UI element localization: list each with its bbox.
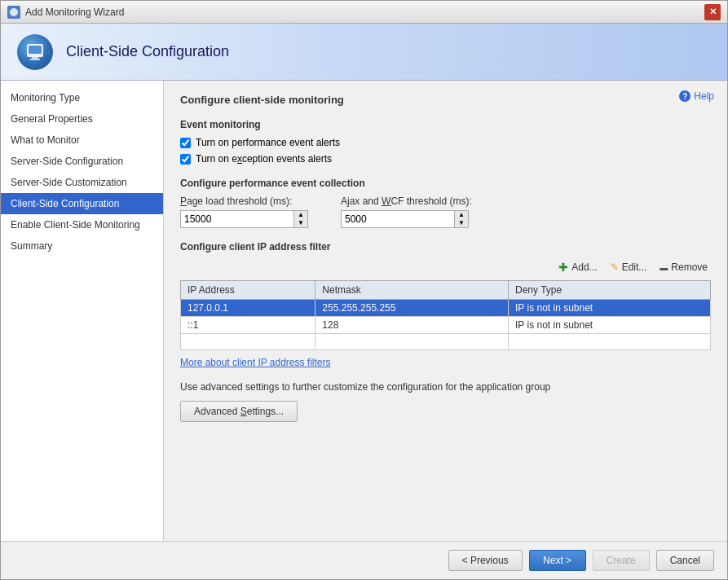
window-title: Add Monitoring Wizard [25,7,124,18]
ajax-input[interactable] [341,210,455,228]
advanced-desc: Use advanced settings to further customi… [180,381,711,393]
edit-icon: ✎ [611,261,619,273]
ajax-up-btn[interactable]: ▲ [455,211,468,219]
wizard-body: Monitoring Type General Properties What … [1,81,727,541]
edit-label: Edit... [622,261,647,273]
main-content: ? Help Configure client-side monitoring … [164,81,727,541]
exception-alerts-row: Turn on exception events alerts [180,153,711,165]
wizard-footer: < Previous Next > Create Cancel [1,541,727,579]
next-button[interactable]: Next > [529,550,586,571]
cancel-button[interactable]: Cancel [656,550,714,571]
deny-cell: IP is not in subnet [509,317,711,334]
ajax-down-btn[interactable]: ▼ [455,219,468,227]
exception-alerts-label: Turn on exception events alerts [196,153,332,165]
ip-filter-toolbar: ✚ Add... ✎ Edit... ▬ Remove [180,259,711,275]
ip-filter-section: Configure client IP address filter ✚ Add… [180,241,711,368]
advanced-settings-button[interactable]: Advanced Settings... [180,401,298,422]
header-title: Client-Side Configuration [66,43,229,60]
previous-button[interactable]: < Previous [448,550,523,571]
perf-collection-title: Configure performance event collection [180,178,711,189]
advanced-section: Use advanced settings to further customi… [180,381,711,422]
sidebar-item-server-side-config[interactable]: Server-Side Configuration [1,151,163,172]
wizard-header: Client-Side Configuration [1,24,727,81]
perf-collection-section: Configure performance event collection P… [180,178,711,228]
ip-filter-title: Configure client IP address filter [180,241,711,253]
ajax-input-row: ▲ ▼ [341,210,472,228]
ip-cell: 127.0.0.1 [181,300,315,317]
svg-rect-4 [30,59,40,60]
svg-rect-3 [32,57,38,59]
create-button: Create [593,550,650,571]
add-button[interactable]: ✚ Add... [555,259,600,275]
svg-rect-2 [29,46,42,54]
page-load-down-btn[interactable]: ▼ [294,219,307,227]
remove-label: Remove [671,261,708,273]
sidebar-item-monitoring-type[interactable]: Monitoring Type [1,87,163,108]
page-load-up-btn[interactable]: ▲ [294,211,307,219]
ajax-group: Ajax and WCF threshold (ms): ▲ ▼ [341,196,472,228]
sidebar-item-summary[interactable]: Summary [1,235,163,257]
help-label: Help [694,90,714,102]
event-monitoring-title: Event monitoring [180,119,711,130]
title-bar-left: Add Monitoring Wizard [7,6,124,19]
svg-point-0 [10,8,18,16]
ajax-label: Ajax and WCF threshold (ms): [341,196,472,207]
netmask-cell: 128 [315,317,509,334]
wizard-icon [7,6,20,19]
col-ip: IP Address [181,281,315,300]
remove-button[interactable]: ▬ Remove [656,259,711,275]
col-deny: Deny Type [509,281,711,300]
table-row[interactable]: ::1 128 IP is not in subnet [181,317,711,334]
netmask-cell: 255.255.255.255 [315,300,509,317]
add-icon: ✚ [558,261,568,274]
edit-button[interactable]: ✎ Edit... [607,259,651,275]
event-monitoring-section: Event monitoring Turn on performance eve… [180,119,711,165]
performance-alerts-label: Turn on performance event alerts [196,137,340,148]
wizard-window: Add Monitoring Wizard ✕ Client-Side Conf… [0,0,728,580]
close-button[interactable]: ✕ [704,4,721,20]
section-title: Configure client-side monitoring [180,94,711,109]
deny-cell: IP is not in subnet [509,300,711,317]
help-icon: ? [679,90,690,102]
header-icon [17,34,53,70]
performance-alerts-row: Turn on performance event alerts [180,137,711,148]
sidebar: Monitoring Type General Properties What … [1,81,164,541]
ajax-spinner: ▲ ▼ [455,210,469,228]
sidebar-item-server-side-custom[interactable]: Server-Side Customization [1,172,163,193]
page-load-input[interactable] [180,210,294,228]
ip-cell: ::1 [181,317,315,334]
more-link[interactable]: More about client IP address filters [180,357,331,368]
table-row[interactable]: 127.0.0.1 255.255.255.255 IP is not in s… [181,300,711,317]
sidebar-item-client-side-config[interactable]: Client-Side Configuration [1,193,163,214]
title-bar: Add Monitoring Wizard ✕ [1,1,727,24]
table-row-empty [181,334,711,350]
help-link[interactable]: ? Help [679,90,714,102]
page-load-spinner: ▲ ▼ [294,210,308,228]
page-load-input-row: ▲ ▼ [180,210,308,228]
threshold-row: Page load threshold (ms): ▲ ▼ Ajax and W… [180,196,711,228]
page-load-group: Page load threshold (ms): ▲ ▼ [180,196,308,228]
ip-table: IP Address Netmask Deny Type 127.0.0.1 2… [180,280,711,350]
exception-alerts-checkbox[interactable] [180,154,191,165]
performance-alerts-checkbox[interactable] [180,138,191,148]
col-netmask: Netmask [315,281,509,300]
sidebar-item-enable-client-side[interactable]: Enable Client-Side Monitoring [1,214,163,235]
page-load-label: Page load threshold (ms): [180,196,308,207]
sidebar-item-general-properties[interactable]: General Properties [1,108,163,130]
remove-icon: ▬ [660,263,668,272]
sidebar-item-what-to-monitor[interactable]: What to Monitor [1,130,163,151]
add-label: Add... [571,261,597,273]
